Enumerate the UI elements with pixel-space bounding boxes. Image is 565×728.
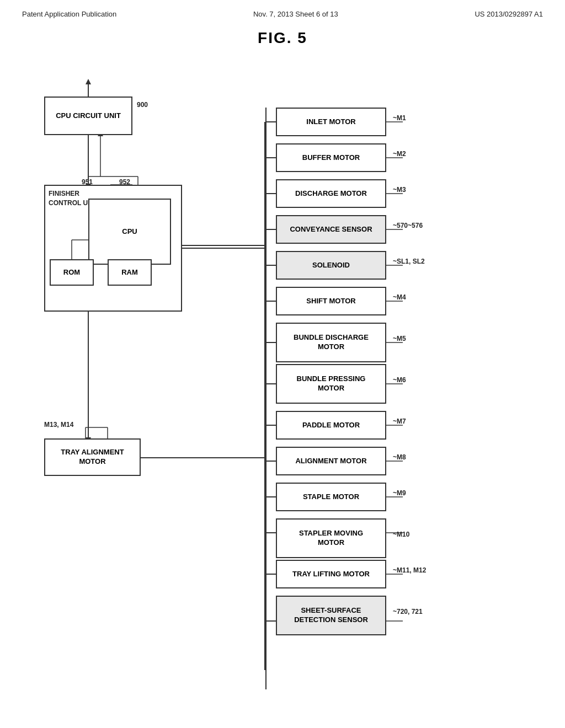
cpu-circuit-ref: 900 xyxy=(137,101,148,109)
alignment-motor-box: ALIGNMENT MOTOR xyxy=(276,447,386,475)
stapler-moving-motor-box: STAPLER MOVING MOTOR xyxy=(276,518,386,558)
staple-motor-ref: ~M9 xyxy=(393,489,406,497)
buffer-motor-box: BUFFER MOTOR xyxy=(276,143,386,172)
stapler-moving-motor-ref: ~M10 xyxy=(393,531,409,538)
alignment-motor-ref: ~M8 xyxy=(393,453,406,461)
inlet-motor-ref: ~M1 xyxy=(393,114,406,122)
discharge-motor-box: DISCHARGE MOTOR xyxy=(276,179,386,208)
buffer-motor-label: BUFFER MOTOR xyxy=(302,153,360,163)
rom-box: ROM xyxy=(50,259,94,286)
tray-alignment-motor-label: TRAY ALIGNMENT MOTOR xyxy=(61,448,124,467)
inlet-motor-label: INLET MOTOR xyxy=(306,117,355,127)
buffer-motor-ref: ~M2 xyxy=(393,150,406,158)
solenoid-box: SOLENOID xyxy=(276,251,386,280)
conveyance-sensor-ref: ~570~576 xyxy=(393,222,423,229)
bundle-pressing-motor-label: BUNDLE PRESSING MOTOR xyxy=(297,374,366,393)
solenoid-label: SOLENOID xyxy=(312,261,350,270)
cpu-circuit-unit-box: CPU CIRCUIT UNIT xyxy=(44,97,132,135)
cpu-circuit-unit-label: CPU CIRCUIT UNIT xyxy=(56,111,121,121)
tray-alignment-motor-box: TRAY ALIGNMENT MOTOR xyxy=(44,438,141,476)
sheet-surface-sensor-label: SHEET-SURFACE DETECTION SENSOR xyxy=(294,606,368,625)
diagram-area: CPU CIRCUIT UNIT 900 FINISHERCONTROL UNI… xyxy=(0,52,565,714)
staple-motor-label: STAPLE MOTOR xyxy=(303,493,359,502)
paddle-motor-ref: ~M7 xyxy=(393,417,406,425)
header-middle: Nov. 7, 2013 Sheet 6 of 13 xyxy=(253,10,338,18)
bundle-pressing-motor-ref: ~M6 xyxy=(393,376,406,384)
inlet-motor-box: INLET MOTOR xyxy=(276,108,386,136)
ram-box: RAM xyxy=(108,259,152,286)
figure-title: FIG. 5 xyxy=(0,29,565,47)
rom-label: ROM xyxy=(63,268,80,277)
alignment-motor-label: ALIGNMENT MOTOR xyxy=(295,457,366,466)
shift-motor-label: SHIFT MOTOR xyxy=(306,297,355,306)
svg-marker-44 xyxy=(86,79,91,84)
staple-motor-box: STAPLE MOTOR xyxy=(276,483,386,511)
sheet-surface-sensor-box: SHEET-SURFACE DETECTION SENSOR xyxy=(276,596,386,635)
cpu-inner-box: CPU xyxy=(88,199,171,265)
ram-label: RAM xyxy=(121,268,138,277)
bundle-pressing-motor-box: BUNDLE PRESSING MOTOR xyxy=(276,364,386,404)
bundle-discharge-motor-label: BUNDLE DISCHARGE MOTOR xyxy=(294,333,369,352)
bundle-discharge-motor-ref: ~M5 xyxy=(393,335,406,342)
paddle-motor-box: PADDLE MOTOR xyxy=(276,411,386,440)
shift-motor-ref: ~M4 xyxy=(393,293,406,301)
bundle-discharge-motor-box: BUNDLE DISCHARGE MOTOR xyxy=(276,323,386,362)
tray-lifting-motor-label: TRAY LIFTING MOTOR xyxy=(292,570,370,579)
solenoid-ref: ~SL1, SL2 xyxy=(393,258,425,265)
conveyance-sensor-box: CONVEYANCE SENSOR xyxy=(276,215,386,244)
header-right: US 2013/0292897 A1 xyxy=(475,10,543,18)
paddle-motor-label: PADDLE MOTOR xyxy=(302,421,360,430)
discharge-motor-label: DISCHARGE MOTOR xyxy=(295,189,367,199)
tray-lifting-motor-box: TRAY LIFTING MOTOR xyxy=(276,560,386,588)
header-left: Patent Application Publication xyxy=(22,10,116,18)
tray-lifting-motor-ref: ~M11, M12 xyxy=(393,566,426,574)
cpu-inner-label: CPU xyxy=(122,227,137,237)
tray-align-ref-label: M13, M14 xyxy=(44,421,73,429)
discharge-motor-ref: ~M3 xyxy=(393,186,406,194)
conveyance-sensor-label: CONVEYANCE SENSOR xyxy=(290,225,372,234)
shift-motor-box: SHIFT MOTOR xyxy=(276,287,386,315)
stapler-moving-motor-label: STAPLER MOVING MOTOR xyxy=(299,529,363,548)
sheet-surface-sensor-ref: ~720, 721 xyxy=(393,608,423,615)
